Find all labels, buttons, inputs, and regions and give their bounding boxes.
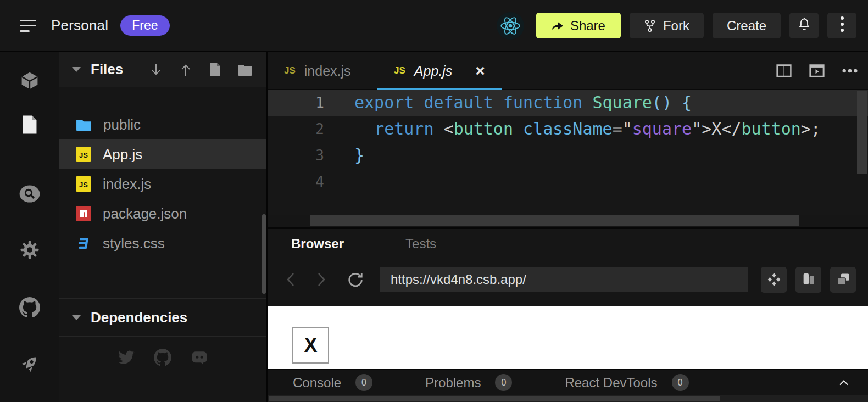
file-name: package.json [103,205,187,222]
code-line[interactable]: 3} [268,142,868,169]
code-text: export default function Square() { [354,90,692,116]
code-text: return <button className="square">X</but… [354,116,821,142]
code-line[interactable]: 4 [268,169,868,195]
chevron-down-icon [72,315,81,320]
preview-tab-tests[interactable]: Tests [405,236,436,252]
file-row[interactable]: package.json [59,199,266,228]
code-text: } [354,142,364,169]
refresh-icon[interactable] [344,269,366,291]
fork-button[interactable]: Fork [630,13,704,38]
ellipsis-icon[interactable] [842,63,858,79]
share-label: Share [570,18,605,34]
editor-tab-app-js[interactable]: JSApp.js× [377,52,502,90]
settings-gear-icon[interactable] [0,235,59,265]
create-button[interactable]: Create [713,13,781,38]
css-icon [76,236,91,251]
twitter-icon[interactable] [118,349,135,366]
console-tab-console[interactable]: Console0 [293,374,372,391]
line-number: 1 [268,90,324,116]
react-logo-icon[interactable] [497,12,524,40]
preview-toggle-icon[interactable] [809,63,825,79]
console-bar: Console0Problems0React DevTools0 [268,369,868,395]
notifications-button[interactable] [789,13,819,38]
explorer-scrollbar[interactable] [262,214,266,294]
console-tab-problems[interactable]: Problems0 [425,374,512,391]
share-arrow-icon [552,21,564,31]
console-tab-label: Console [293,375,341,390]
preview-tab-browser[interactable]: Browser [291,236,344,252]
url-input[interactable] [380,267,748,292]
file-row[interactable]: styles.css [59,228,266,258]
javascript-badge: JS [394,65,405,76]
line-number: 2 [268,116,324,142]
console-tab-label: React DevTools [565,375,657,390]
editor-actions [776,52,858,90]
share-button[interactable]: Share [536,13,621,38]
search-icon[interactable] [0,178,59,209]
javascript-badge: JS [284,65,296,76]
editor-horizontal-scrollbar[interactable] [268,215,868,227]
scrollbar-thumb[interactable] [310,215,799,226]
code-line[interactable]: 1export default function Square() { [268,90,868,116]
responsive-mode-icon[interactable] [795,267,821,293]
files-section-header[interactable]: Files [59,52,266,87]
kebab-menu-icon [840,15,844,36]
code-editor[interactable]: 1export default function Square() {2 ret… [268,90,868,215]
close-tab-icon[interactable]: × [475,63,485,79]
back-icon[interactable] [280,269,302,291]
files-section-title: Files [91,61,123,78]
upload-icon[interactable] [177,62,194,78]
new-folder-icon[interactable] [237,62,253,78]
github-icon[interactable] [0,292,59,323]
folder-icon [76,118,92,132]
svg-text:JS: JS [79,181,88,189]
javascript-icon: JS [76,176,91,192]
chevron-up-icon[interactable] [837,376,850,389]
editor-column: JSindex.jsJSApp.js× 1export default func… [268,52,868,402]
discord-icon[interactable] [190,349,208,366]
line-number: 3 [268,142,324,169]
editor-tabbar: JSindex.jsJSApp.js× [268,52,868,90]
social-links [59,349,266,366]
header-actions: Share Fork Create [497,13,856,38]
preview-tools [761,267,856,293]
files-panel-icon[interactable] [0,109,59,140]
line-number: 4 [268,169,324,195]
download-icon[interactable] [148,62,164,78]
workspace-name[interactable]: Personal [51,17,108,34]
top-header: Personal Free Share [0,0,868,51]
hamburger-menu-icon[interactable] [20,20,36,32]
new-file-icon[interactable] [207,62,224,78]
code-line[interactable]: 2 return <button className="square">X</b… [268,116,868,142]
open-in-editor-icon[interactable] [761,267,787,293]
open-new-window-icon[interactable] [830,267,856,293]
file-row[interactable]: public [59,110,266,139]
editor-tab-index-js[interactable]: JSindex.js [268,52,377,90]
svg-text:JS: JS [79,151,88,159]
count-badge: 0 [355,374,372,391]
forward-icon[interactable] [310,269,332,291]
deploy-rocket-icon[interactable] [0,349,59,379]
dependencies-section-title: Dependencies [91,309,187,326]
create-label: Create [727,18,766,34]
console-tab-react-devtools[interactable]: React DevTools0 [565,374,688,391]
codesandbox-app: Personal Free Share [0,0,868,402]
file-list: publicJSApp.jsJSindex.jspackage.jsonstyl… [59,110,266,258]
plan-badge[interactable]: Free [120,15,169,36]
console-horizontal-scrollbar[interactable] [268,395,868,402]
split-view-icon[interactable] [776,63,792,79]
file-name: styles.css [103,235,165,252]
files-toolbar [148,52,253,87]
file-row[interactable]: JSApp.js [59,139,266,169]
tab-label: App.js [414,63,452,79]
github-icon[interactable] [154,349,171,366]
more-options-button[interactable] [827,13,856,38]
square-x-button[interactable]: X [292,327,329,364]
count-badge: 0 [495,374,512,391]
dependencies-section-header[interactable]: Dependencies [59,298,266,337]
file-explorer: Files publicJSApp.jsJSindex.jspackage.js… [59,52,266,402]
scrollbar-thumb[interactable] [269,396,720,401]
file-row[interactable]: JSindex.js [59,169,266,199]
sandbox-box-icon[interactable] [0,65,59,96]
editor-vertical-scrollbar[interactable] [857,91,867,174]
